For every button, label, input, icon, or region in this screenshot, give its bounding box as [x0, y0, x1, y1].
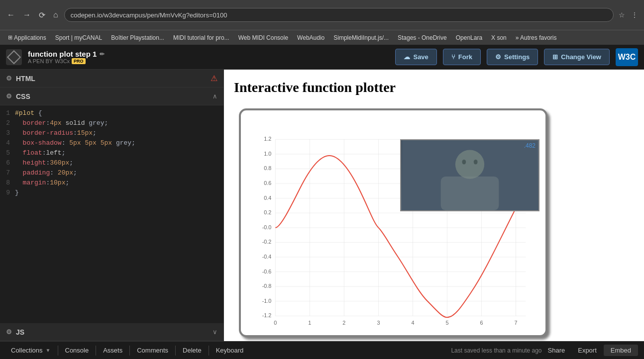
svg-point-43 [455, 150, 484, 179]
bookmark-boitier[interactable]: Boîtier Playstation... [107, 33, 168, 42]
nav-buttons: ← → ⟳ ⌂ [4, 8, 61, 22]
svg-text:-0.2: -0.2 [262, 239, 272, 245]
html-gear-icon[interactable]: ⚙ [6, 75, 12, 82]
forward-button[interactable]: → [20, 8, 34, 21]
pen-author: A PEN BY W3Cx PRO [28, 58, 105, 64]
bookmark-label: Sport | myCANAL [55, 34, 102, 41]
svg-text:0: 0 [274, 320, 277, 325]
change-view-button[interactable]: ⊞ Change View [544, 49, 610, 65]
svg-text:6: 6 [480, 320, 483, 325]
pen-title: function plot step 1 ✏ [28, 50, 105, 58]
svg-rect-44 [441, 177, 499, 210]
svg-text:0.4: 0.4 [264, 195, 271, 201]
saved-status: Last saved less than a minute ago [451, 347, 541, 354]
divider-2 [96, 346, 96, 356]
svg-text:0.8: 0.8 [264, 165, 271, 171]
bookmark-label: Stages - OneDrive [398, 34, 447, 41]
status-right: Share Export Embed [542, 345, 638, 356]
fork-label: Fork [458, 53, 472, 61]
svg-text:-0.6: -0.6 [262, 269, 272, 274]
html-label: HTML [16, 75, 35, 83]
embed-button[interactable]: Embed [604, 345, 638, 356]
collections-button[interactable]: Collections ▼ [6, 345, 56, 356]
author-prefix: A PEN BY [28, 58, 53, 64]
bookmark-button[interactable]: ☆ [617, 9, 627, 21]
bookmark-applications[interactable]: ⊞ Applications [4, 33, 50, 42]
back-button[interactable]: ← [4, 8, 18, 21]
svg-point-46 [474, 160, 478, 165]
svg-text:7: 7 [515, 320, 518, 325]
html-error-icon: ⚠ [211, 74, 217, 83]
share-button[interactable]: Share [542, 345, 571, 356]
bookmark-label: SimpleMidiInput.js/... [333, 34, 389, 41]
bookmark-label: Boîtier Playstation... [111, 34, 164, 41]
js-collapse-icon[interactable]: ∨ [213, 328, 217, 336]
pen-title-text: function plot step 1 [28, 50, 97, 58]
w3c-badge[interactable]: W3C [616, 48, 638, 66]
bookmark-simplemidi[interactable]: SimpleMidiInput.js/... [329, 33, 393, 42]
export-button[interactable]: Export [572, 345, 603, 356]
bookmark-midi-tutorial[interactable]: MIDI tutorial for pro... [169, 33, 233, 42]
comments-button[interactable]: Comments [132, 345, 173, 356]
svg-text:2: 2 [342, 320, 345, 325]
css-collapse-icon[interactable]: ∧ [213, 92, 217, 100]
bookmark-xson[interactable]: X son [487, 33, 511, 42]
bookmark-web-midi[interactable]: Web MIDI Console [234, 33, 292, 42]
css-code-editor[interactable]: 1 #plot { 2 border:4px solid grey; 3 bor… [0, 105, 223, 323]
preview-panel: Interactive function plotter [224, 70, 644, 341]
delete-button[interactable]: Delete [178, 345, 207, 356]
js-gear-icon[interactable]: ⚙ [6, 328, 12, 336]
home-button[interactable]: ⌂ [50, 8, 61, 21]
svg-text:5: 5 [445, 320, 448, 325]
address-bar[interactable] [64, 8, 614, 22]
console-button[interactable]: Console [60, 345, 94, 356]
code-line-1: 1 #plot { [0, 109, 223, 119]
bookmark-label: Web MIDI Console [238, 34, 288, 41]
svg-point-45 [462, 160, 466, 165]
webcam-value-label: .482 [524, 142, 536, 207]
divider-4 [175, 346, 176, 356]
svg-text:1: 1 [308, 320, 311, 325]
svg-text:-1.0: -1.0 [262, 298, 272, 304]
keyboard-button[interactable]: Keyboard [211, 345, 249, 356]
bookmark-openlara[interactable]: OpenLara [452, 33, 486, 42]
save-label: Save [413, 53, 428, 61]
js-panel-title: ⚙ JS [6, 328, 24, 336]
applications-icon: ⊞ [8, 34, 12, 41]
settings-icon: ⚙ [495, 53, 501, 61]
codepen-logo[interactable] [6, 49, 22, 65]
code-line-9: 9 } [0, 189, 223, 199]
svg-text:-0.4: -0.4 [262, 254, 272, 260]
settings-button[interactable]: ⚙ Settings [487, 49, 538, 65]
collections-label: Collections [11, 347, 43, 354]
reload-button[interactable]: ⟳ [36, 8, 48, 22]
svg-text:-0.0: -0.0 [262, 224, 272, 230]
webcam-overlay: .482 [400, 139, 539, 211]
css-panel-title: ⚙ CSS [6, 92, 30, 100]
bookmark-label: WebAudio [297, 34, 324, 41]
pro-badge: PRO [72, 58, 86, 64]
css-panel-header: ⚙ CSS ∧ [0, 88, 223, 105]
codepen-logo-inner [7, 50, 21, 64]
preview-content: Interactive function plotter [224, 70, 644, 113]
svg-text:4: 4 [411, 320, 414, 325]
bookmark-stages[interactable]: Stages - OneDrive [394, 33, 451, 42]
divider-5 [209, 346, 209, 356]
bookmark-autres[interactable]: » Autres favoris [512, 33, 561, 42]
status-bar: Collections ▼ Console Assets Comments De… [0, 341, 644, 359]
codepen-header: function plot step 1 ✏ A PEN BY W3Cx PRO… [0, 45, 644, 70]
webcam-feed [401, 140, 538, 210]
edit-title-icon[interactable]: ✏ [100, 51, 105, 58]
bookmark-sport[interactable]: Sport | myCANAL [51, 33, 106, 42]
code-line-6: 6 height:360px; [0, 159, 223, 169]
code-line-3: 3 border-radius:15px; [0, 129, 223, 139]
extensions-button[interactable]: ⋮ [629, 9, 640, 21]
fork-icon: ⑂ [451, 53, 455, 61]
js-panel-header: ⚙ JS ∨ [0, 323, 223, 341]
css-gear-icon[interactable]: ⚙ [6, 92, 12, 100]
fork-button[interactable]: ⑂ Fork [443, 49, 481, 65]
save-button[interactable]: ☁ Save [395, 49, 436, 65]
assets-button[interactable]: Assets [98, 345, 127, 356]
bookmark-webaudio[interactable]: WebAudio [293, 33, 328, 42]
svg-text:-0.8: -0.8 [262, 283, 272, 289]
